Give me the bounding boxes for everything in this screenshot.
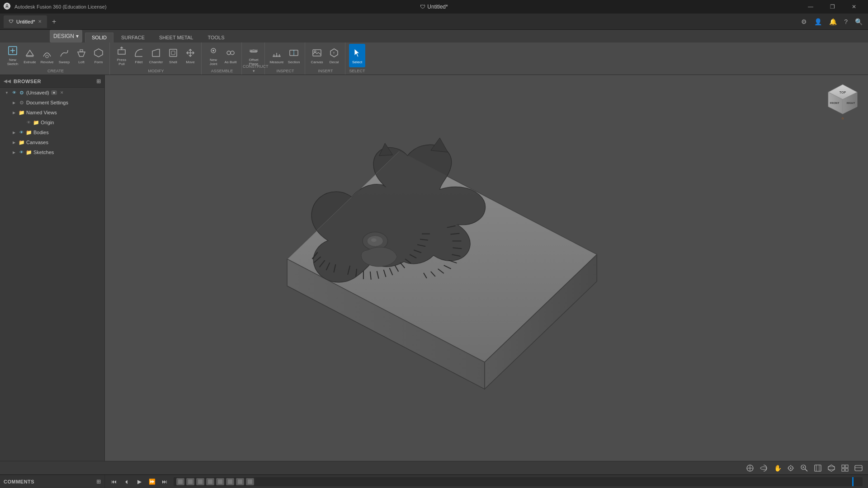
close-button[interactable]: ✕ — [844, 0, 864, 14]
timeline-prev-button[interactable]: ⏴ — [121, 476, 132, 487]
new-joint-button[interactable]: NewJoint — [205, 44, 222, 67]
fillet-button[interactable]: Fillet — [131, 44, 147, 67]
comments-expand-button[interactable]: ⊞ — [96, 479, 101, 485]
grid-button[interactable] — [839, 462, 851, 474]
timeline-start-button[interactable]: ⏮ — [108, 476, 119, 487]
settings-icon[interactable]: ⚙ — [799, 16, 809, 27]
search-icon[interactable]: 🔍 — [853, 16, 864, 27]
tree-item-named-views[interactable]: ▶ 📁 Named Views — [0, 108, 104, 117]
press-pull-button[interactable]: PressPull — [113, 44, 130, 67]
tree-item-sketches[interactable]: ▶ 👁 📁 Sketches — [0, 147, 104, 157]
as-built-button[interactable]: As Built — [222, 44, 239, 67]
canvas-button[interactable]: Canvas — [309, 44, 325, 67]
chamfer-button[interactable]: Chamfer — [148, 44, 164, 67]
tree-item-doc-settings[interactable]: ▶ ⚙ Document Settings — [0, 98, 104, 108]
model-canvas — [105, 75, 868, 461]
timeline-item-3[interactable] — [196, 478, 204, 485]
unsaved-close-icon[interactable]: ✕ — [59, 89, 65, 96]
environments-button[interactable] — [853, 462, 864, 474]
tree-item-origin[interactable]: ▶ 👁 📁 Origin — [0, 117, 104, 127]
tree-item-unsaved[interactable]: ▼ 👁 ⚙ (Unsaved) ● ✕ — [0, 88, 104, 98]
help-icon[interactable]: ? — [842, 16, 849, 27]
move-button[interactable]: Move — [182, 44, 198, 67]
svg-rect-112 — [178, 479, 183, 484]
tab-tools[interactable]: TOOLS — [201, 33, 231, 42]
bottom-toolbar: ✋ — [0, 461, 868, 474]
form-button[interactable]: Form — [90, 44, 107, 67]
tab-untitled[interactable]: 🛡 Untitled* ✕ — [4, 15, 47, 28]
loft-icon — [75, 47, 88, 59]
minimize-button[interactable]: — — [800, 0, 821, 14]
canvases-icon: 📁 — [18, 139, 25, 145]
doc-title-text: Untitled* — [427, 4, 448, 10]
timeline-next-button[interactable]: ⏩ — [146, 476, 157, 487]
tab-sheet-metal[interactable]: SHEET METAL — [152, 33, 200, 42]
svg-rect-117 — [228, 479, 232, 484]
display-settings-button[interactable] — [744, 462, 756, 474]
timeline-track[interactable] — [174, 477, 863, 486]
decal-button[interactable]: T Decal — [326, 44, 342, 67]
section-button[interactable]: Section — [286, 44, 302, 67]
sweep-label: Sweep — [59, 61, 70, 65]
construct-icon — [247, 44, 260, 57]
sidebar-collapse-button[interactable]: ◀◀ — [4, 78, 11, 85]
select-icon — [351, 47, 363, 59]
viewport[interactable]: TOP RIGHT FRONT ⌂ — [105, 75, 868, 461]
extrude-button[interactable]: Extrude — [22, 44, 38, 67]
new-tab-button[interactable]: + — [49, 16, 60, 27]
shell-label: Shell — [169, 61, 177, 65]
tab-label: Untitled* — [16, 19, 35, 24]
timeline-play-button[interactable]: ▶ — [134, 476, 145, 487]
svg-rect-114 — [198, 479, 203, 484]
construct-button[interactable]: OffsetPlane — [245, 44, 262, 67]
view-cube[interactable]: TOP RIGHT FRONT ⌂ — [825, 82, 861, 118]
timeline-item-5[interactable] — [216, 478, 224, 485]
timeline-position-marker — [852, 477, 854, 486]
tree-item-canvases-label: Canvases — [26, 140, 48, 145]
timeline-item-6[interactable] — [226, 478, 234, 485]
sweep-button[interactable]: Sweep — [56, 44, 72, 67]
svg-point-29 — [314, 51, 316, 52]
app-title: Autodesk Fusion 360 (Education License) — [14, 4, 797, 9]
new-joint-icon — [207, 44, 220, 57]
pan-button[interactable]: ✋ — [771, 462, 783, 474]
svg-rect-7 — [80, 50, 83, 52]
orbit-button[interactable] — [758, 462, 769, 474]
revolve-button[interactable]: Revolve — [39, 44, 55, 67]
create-group-label: CREATE — [2, 69, 109, 73]
arrow-down-icon: ▼ — [4, 89, 10, 96]
timeline-item-2[interactable] — [186, 478, 194, 485]
svg-rect-4 — [26, 56, 33, 57]
timeline-bar: ⏮ ⏴ ▶ ⏩ ⏭ — [105, 475, 868, 488]
section-label: Section — [288, 61, 300, 65]
account-icon[interactable]: 👤 — [812, 16, 824, 27]
select-group-label: SELECT — [346, 69, 368, 73]
select-button[interactable]: Select — [349, 44, 365, 67]
tab-solid[interactable]: SOLID — [85, 33, 113, 42]
loft-button[interactable]: Loft — [73, 44, 90, 67]
notifications-icon[interactable]: 🔔 — [827, 16, 839, 27]
new-sketch-button[interactable]: NewSketch — [5, 44, 21, 67]
look-at-button[interactable] — [785, 462, 797, 474]
restore-button[interactable]: ❐ — [822, 0, 843, 14]
visual-style-button[interactable] — [826, 462, 837, 474]
design-dropdown[interactable]: DESIGN ▾ — [50, 30, 82, 42]
tab-close-icon[interactable]: ✕ — [38, 19, 42, 24]
timeline-item-1[interactable] — [176, 478, 184, 485]
tree-item-bodies[interactable]: ▶ 👁 📁 Bodies — [0, 127, 104, 137]
svg-point-91 — [790, 467, 792, 469]
timeline-end-button[interactable]: ⏭ — [159, 476, 170, 487]
chamfer-label: Chamfer — [149, 61, 163, 65]
timeline-item-4[interactable] — [206, 478, 214, 485]
measure-button[interactable]: Measure — [269, 44, 285, 67]
shell-button[interactable]: Shell — [165, 44, 181, 67]
sidebar-expand-all[interactable]: ⊞ — [96, 78, 101, 84]
tree-item-canvases[interactable]: ▶ 📁 Canvases — [0, 137, 104, 147]
view-frame-button[interactable] — [812, 462, 824, 474]
fillet-icon — [132, 47, 145, 59]
zoom-button[interactable] — [798, 462, 810, 474]
timeline-item-7[interactable] — [236, 478, 244, 485]
svg-rect-108 — [842, 469, 844, 471]
tab-surface[interactable]: SURFACE — [114, 33, 151, 42]
timeline-item-8[interactable] — [246, 478, 254, 485]
